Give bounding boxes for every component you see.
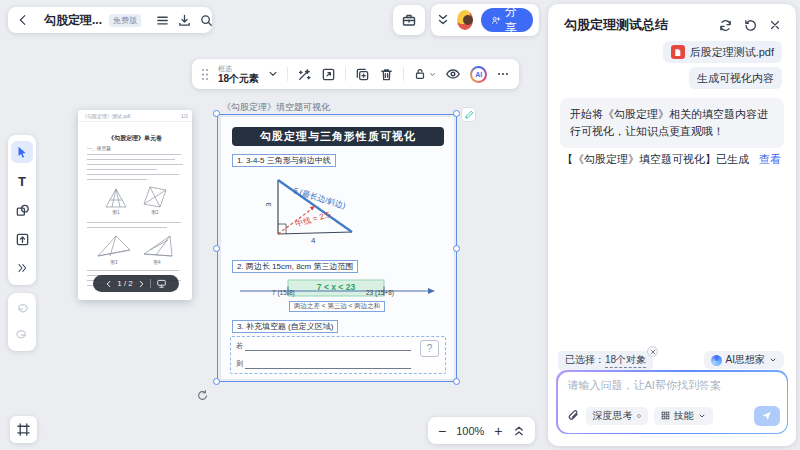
- triangle-rule-label[interactable]: 两边之差 < 第三边 < 两边之和: [289, 301, 385, 312]
- lock-icon: [413, 67, 427, 81]
- resize-handle-sw[interactable]: [213, 378, 220, 385]
- zoom-in-button[interactable]: +: [494, 424, 502, 438]
- frame-name-label[interactable]: 《勾股定理》填空题可视化: [222, 101, 330, 114]
- toolbox-button[interactable]: [393, 5, 425, 35]
- resize-handle-nw[interactable]: [213, 110, 220, 117]
- resize-frame-icon[interactable]: [321, 67, 336, 82]
- duplicate-icon[interactable]: [355, 67, 370, 82]
- section1-label[interactable]: 1. 3-4-5 三角形与斜边中线: [232, 154, 336, 167]
- divider: [345, 67, 346, 81]
- figure-caption: 图1: [102, 210, 130, 215]
- pdf-preview-filename: 《勾股定理》测试.pdf: [82, 113, 130, 119]
- account-bar: 分享: [431, 4, 539, 36]
- remove-selection-icon[interactable]: [647, 346, 658, 357]
- text-line: [87, 179, 147, 180]
- pdf-preview-card[interactable]: 《勾股定理》测试.pdf 1/2 《勾股定理》单元卷 一、填空题 图1 图2 图…: [78, 110, 192, 300]
- text-line: [87, 159, 175, 160]
- avatar[interactable]: [456, 9, 474, 31]
- zoom-out-button[interactable]: −: [438, 424, 446, 438]
- skills-menu[interactable]: 技能: [654, 407, 713, 425]
- selection-toolbar: 框选 18个元素 AI: [192, 59, 519, 89]
- prev-page-icon[interactable]: [105, 280, 112, 288]
- user-request-chip[interactable]: 生成可视化内容: [689, 67, 782, 89]
- download-icon[interactable]: [177, 13, 192, 28]
- trash-icon[interactable]: [379, 67, 394, 82]
- magic-wand-icon[interactable]: [297, 67, 312, 82]
- menu-icon[interactable]: [155, 13, 170, 28]
- pdf-preview-header: 《勾股定理》测试.pdf 1/2: [78, 110, 192, 122]
- top-left-bar: 勾股定理... 免费版: [8, 7, 212, 33]
- deep-think-toggle[interactable]: 深度思考: [586, 407, 648, 425]
- visualization-title[interactable]: 勾股定理与三角形性质可视化: [232, 127, 444, 146]
- rotate-handle-icon[interactable]: [196, 389, 209, 402]
- history-icon[interactable]: [743, 18, 758, 33]
- divider: [287, 67, 288, 81]
- share-button[interactable]: 分享: [481, 8, 533, 32]
- whiteboard-app: 勾股定理... 免费版 分享 框选 18个元素: [0, 0, 800, 450]
- blank2-line[interactable]: [245, 368, 411, 369]
- redo-icon[interactable]: [11, 326, 33, 346]
- frame-edit-button[interactable]: [461, 107, 476, 122]
- deep-think-dot: [637, 414, 641, 418]
- figure-caption: 图4: [140, 260, 174, 265]
- resize-handle-ne[interactable]: [453, 110, 460, 117]
- attach-icon[interactable]: [567, 409, 580, 422]
- attached-pdf-chip[interactable]: 后股定理测试.pdf: [663, 41, 782, 63]
- pdf-icon: [671, 45, 685, 59]
- view-link[interactable]: 查看: [759, 152, 781, 167]
- expand-up-icon[interactable]: [513, 424, 525, 437]
- undo-icon[interactable]: [11, 299, 33, 319]
- figure-3: 图3: [96, 232, 132, 265]
- collapse-icon[interactable]: [437, 13, 449, 27]
- triangle-diagram[interactable]: [252, 172, 372, 242]
- back-icon[interactable]: [16, 13, 30, 27]
- next-page-icon[interactable]: [138, 280, 145, 288]
- figure-caption: 图3: [96, 260, 132, 265]
- text-line: [87, 169, 157, 170]
- selection-summary[interactable]: 框选 18个元素: [218, 65, 259, 84]
- blank2-prefix: 则: [236, 359, 243, 369]
- selected-objects-chip[interactable]: 已选择： 18个对象: [558, 351, 653, 370]
- chevron-down-icon: [429, 71, 436, 78]
- visibility-icon[interactable]: [445, 66, 461, 82]
- share-label: 分享: [505, 3, 523, 37]
- blank1-line[interactable]: [245, 350, 411, 351]
- more-tools-icon[interactable]: [11, 257, 33, 279]
- divider: [403, 67, 404, 81]
- import-tool[interactable]: [11, 228, 33, 250]
- section2-label[interactable]: 2. 两边长 15cm, 8cm 第三边范围: [232, 260, 358, 273]
- chevron-down-icon: [698, 412, 706, 420]
- share-user-icon: [491, 14, 501, 27]
- drag-handle-icon[interactable]: [201, 68, 209, 81]
- search-icon[interactable]: [199, 13, 214, 28]
- resize-handle-e[interactable]: [453, 245, 460, 252]
- resize-handle-se[interactable]: [453, 378, 460, 385]
- pdf-preview-top-pager: 1/2: [181, 113, 188, 119]
- close-icon[interactable]: [768, 18, 782, 32]
- present-icon[interactable]: [156, 278, 167, 289]
- refresh-icon[interactable]: [718, 18, 733, 33]
- resize-handle-w[interactable]: [213, 245, 220, 252]
- board-title-text[interactable]: 勾股定理...: [44, 12, 102, 29]
- number-line-diagram[interactable]: 7 < x < 23: [238, 276, 438, 300]
- zoom-level[interactable]: 100%: [456, 425, 484, 437]
- blank1-prefix: 若: [236, 341, 243, 351]
- ai-input[interactable]: [568, 378, 777, 402]
- ai-assistant-button[interactable]: AI: [470, 66, 487, 83]
- send-button[interactable]: [754, 406, 780, 426]
- frame-tool-button[interactable]: [10, 416, 37, 443]
- select-tool[interactable]: [11, 141, 33, 163]
- agent-selector[interactable]: AI思想家: [704, 351, 784, 369]
- plan-badge: 免费版: [109, 14, 141, 27]
- lock-button[interactable]: [413, 67, 436, 81]
- text-line: [87, 174, 179, 175]
- section3-label[interactable]: 3. 补充填空题 (自定义区域): [232, 320, 338, 333]
- selection-mode-label: 框选: [218, 65, 259, 73]
- question-placeholder[interactable]: ?: [420, 340, 439, 357]
- text-tool[interactable]: T: [11, 170, 33, 192]
- text-line: [87, 270, 179, 271]
- more-icon[interactable]: [496, 67, 510, 81]
- shapes-tool[interactable]: [11, 199, 33, 221]
- zoom-controls: − 100% +: [428, 417, 535, 444]
- chevron-down-icon[interactable]: [268, 69, 278, 79]
